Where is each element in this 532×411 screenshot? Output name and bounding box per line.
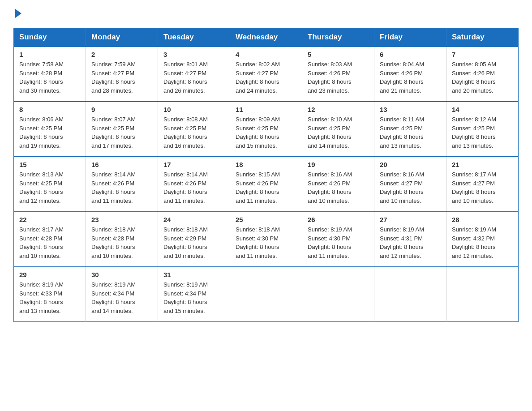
day-info: Sunrise: 8:06 AMSunset: 4:25 PMDaylight:… [19, 115, 80, 150]
day-number: 27 [380, 216, 441, 223]
day-info: Sunrise: 7:58 AMSunset: 4:28 PMDaylight:… [19, 60, 80, 95]
day-info: Sunrise: 8:14 AMSunset: 4:26 PMDaylight:… [163, 170, 224, 205]
weekday-header-friday: Friday [374, 28, 446, 47]
day-info: Sunrise: 8:15 AMSunset: 4:26 PMDaylight:… [236, 170, 296, 205]
calendar-day-cell: 26Sunrise: 8:19 AMSunset: 4:30 PMDayligh… [302, 212, 374, 267]
calendar-week-row: 15Sunrise: 8:13 AMSunset: 4:25 PMDayligh… [14, 157, 519, 212]
calendar-week-row: 22Sunrise: 8:17 AMSunset: 4:28 PMDayligh… [14, 212, 519, 267]
day-number: 19 [308, 161, 369, 168]
day-info: Sunrise: 8:16 AMSunset: 4:27 PMDaylight:… [380, 170, 441, 205]
weekday-header-wednesday: Wednesday [230, 28, 302, 47]
calendar-week-row: 8Sunrise: 8:06 AMSunset: 4:25 PMDaylight… [14, 102, 519, 157]
calendar-day-cell: 28Sunrise: 8:19 AMSunset: 4:32 PMDayligh… [446, 212, 519, 267]
calendar-day-cell: 30Sunrise: 8:19 AMSunset: 4:34 PMDayligh… [86, 267, 158, 322]
calendar-day-cell: 3Sunrise: 8:01 AMSunset: 4:27 PMDaylight… [158, 47, 230, 102]
calendar-day-cell: 4Sunrise: 8:02 AMSunset: 4:27 PMDaylight… [230, 47, 302, 102]
calendar-day-cell: 5Sunrise: 8:03 AMSunset: 4:26 PMDaylight… [302, 47, 374, 102]
calendar-week-row: 1Sunrise: 7:58 AMSunset: 4:28 PMDaylight… [14, 47, 519, 102]
day-number: 13 [380, 106, 441, 113]
day-number: 22 [19, 216, 80, 223]
day-number: 10 [163, 106, 224, 113]
empty-cell [230, 267, 302, 322]
day-number: 16 [91, 161, 152, 168]
day-info: Sunrise: 8:19 AMSunset: 4:33 PMDaylight:… [19, 280, 80, 315]
day-number: 28 [452, 216, 513, 223]
day-info: Sunrise: 8:10 AMSunset: 4:25 PMDaylight:… [308, 115, 369, 150]
day-info: Sunrise: 8:09 AMSunset: 4:25 PMDaylight:… [236, 115, 296, 150]
day-info: Sunrise: 8:01 AMSunset: 4:27 PMDaylight:… [163, 60, 224, 95]
day-number: 23 [91, 216, 152, 223]
calendar-day-cell: 24Sunrise: 8:18 AMSunset: 4:29 PMDayligh… [158, 212, 230, 267]
weekday-header-monday: Monday [86, 28, 158, 47]
weekday-header-tuesday: Tuesday [158, 28, 230, 47]
day-info: Sunrise: 8:11 AMSunset: 4:25 PMDaylight:… [380, 115, 441, 150]
calendar-header-row: SundayMondayTuesdayWednesdayThursdayFrid… [14, 28, 519, 47]
calendar-day-cell: 25Sunrise: 8:18 AMSunset: 4:30 PMDayligh… [230, 212, 302, 267]
day-info: Sunrise: 8:08 AMSunset: 4:25 PMDaylight:… [163, 115, 224, 150]
day-number: 15 [19, 161, 80, 168]
page-header [13, 9, 519, 19]
day-info: Sunrise: 8:19 AMSunset: 4:32 PMDaylight:… [452, 225, 513, 260]
day-number: 30 [91, 271, 152, 278]
day-info: Sunrise: 8:19 AMSunset: 4:34 PMDaylight:… [163, 280, 224, 315]
calendar-day-cell: 10Sunrise: 8:08 AMSunset: 4:25 PMDayligh… [158, 102, 230, 157]
calendar-day-cell: 23Sunrise: 8:18 AMSunset: 4:28 PMDayligh… [86, 212, 158, 267]
day-number: 21 [452, 161, 513, 168]
day-number: 9 [91, 106, 152, 113]
day-number: 12 [308, 106, 369, 113]
calendar-day-cell: 7Sunrise: 8:05 AMSunset: 4:26 PMDaylight… [446, 47, 519, 102]
day-number: 17 [163, 161, 224, 168]
day-info: Sunrise: 8:19 AMSunset: 4:30 PMDaylight:… [308, 225, 369, 260]
calendar-day-cell: 1Sunrise: 7:58 AMSunset: 4:28 PMDaylight… [14, 47, 86, 102]
day-number: 25 [236, 216, 296, 223]
calendar-day-cell: 29Sunrise: 8:19 AMSunset: 4:33 PMDayligh… [14, 267, 86, 322]
weekday-header-thursday: Thursday [302, 28, 374, 47]
day-info: Sunrise: 8:17 AMSunset: 4:28 PMDaylight:… [19, 225, 80, 260]
day-number: 8 [19, 106, 80, 113]
calendar-day-cell: 6Sunrise: 8:04 AMSunset: 4:26 PMDaylight… [374, 47, 446, 102]
day-number: 3 [163, 51, 224, 58]
day-info: Sunrise: 8:13 AMSunset: 4:25 PMDaylight:… [19, 170, 80, 205]
day-info: Sunrise: 7:59 AMSunset: 4:27 PMDaylight:… [91, 60, 152, 95]
day-number: 24 [163, 216, 224, 223]
day-info: Sunrise: 8:04 AMSunset: 4:26 PMDaylight:… [380, 60, 441, 95]
day-number: 1 [19, 51, 80, 58]
empty-cell [302, 267, 374, 322]
day-number: 18 [236, 161, 296, 168]
calendar-day-cell: 9Sunrise: 8:07 AMSunset: 4:25 PMDaylight… [86, 102, 158, 157]
day-info: Sunrise: 8:12 AMSunset: 4:25 PMDaylight:… [452, 115, 513, 150]
day-number: 14 [452, 106, 513, 113]
calendar-day-cell: 15Sunrise: 8:13 AMSunset: 4:25 PMDayligh… [14, 157, 86, 212]
calendar-day-cell: 19Sunrise: 8:16 AMSunset: 4:26 PMDayligh… [302, 157, 374, 212]
calendar-day-cell: 11Sunrise: 8:09 AMSunset: 4:25 PMDayligh… [230, 102, 302, 157]
day-number: 26 [308, 216, 369, 223]
calendar-day-cell: 18Sunrise: 8:15 AMSunset: 4:26 PMDayligh… [230, 157, 302, 212]
day-number: 5 [308, 51, 369, 58]
day-info: Sunrise: 8:18 AMSunset: 4:30 PMDaylight:… [236, 225, 296, 260]
calendar-day-cell: 14Sunrise: 8:12 AMSunset: 4:25 PMDayligh… [446, 102, 519, 157]
day-info: Sunrise: 8:02 AMSunset: 4:27 PMDaylight:… [236, 60, 296, 95]
empty-cell [446, 267, 519, 322]
day-number: 20 [380, 161, 441, 168]
day-number: 7 [452, 51, 513, 58]
day-info: Sunrise: 8:17 AMSunset: 4:27 PMDaylight:… [452, 170, 513, 205]
empty-cell [374, 267, 446, 322]
calendar-day-cell: 2Sunrise: 7:59 AMSunset: 4:27 PMDaylight… [86, 47, 158, 102]
day-info: Sunrise: 8:14 AMSunset: 4:26 PMDaylight:… [91, 170, 152, 205]
calendar-day-cell: 16Sunrise: 8:14 AMSunset: 4:26 PMDayligh… [86, 157, 158, 212]
calendar-day-cell: 27Sunrise: 8:19 AMSunset: 4:31 PMDayligh… [374, 212, 446, 267]
day-info: Sunrise: 8:19 AMSunset: 4:34 PMDaylight:… [91, 280, 152, 315]
day-number: 6 [380, 51, 441, 58]
day-number: 31 [163, 271, 224, 278]
calendar-day-cell: 13Sunrise: 8:11 AMSunset: 4:25 PMDayligh… [374, 102, 446, 157]
weekday-header-saturday: Saturday [446, 28, 519, 47]
calendar-day-cell: 17Sunrise: 8:14 AMSunset: 4:26 PMDayligh… [158, 157, 230, 212]
day-number: 29 [19, 271, 80, 278]
logo [13, 9, 21, 19]
day-info: Sunrise: 8:07 AMSunset: 4:25 PMDaylight:… [91, 115, 152, 150]
day-info: Sunrise: 8:03 AMSunset: 4:26 PMDaylight:… [308, 60, 369, 95]
day-info: Sunrise: 8:18 AMSunset: 4:29 PMDaylight:… [163, 225, 224, 260]
logo-arrow-icon [15, 9, 21, 18]
calendar-day-cell: 31Sunrise: 8:19 AMSunset: 4:34 PMDayligh… [158, 267, 230, 322]
calendar-day-cell: 21Sunrise: 8:17 AMSunset: 4:27 PMDayligh… [446, 157, 519, 212]
